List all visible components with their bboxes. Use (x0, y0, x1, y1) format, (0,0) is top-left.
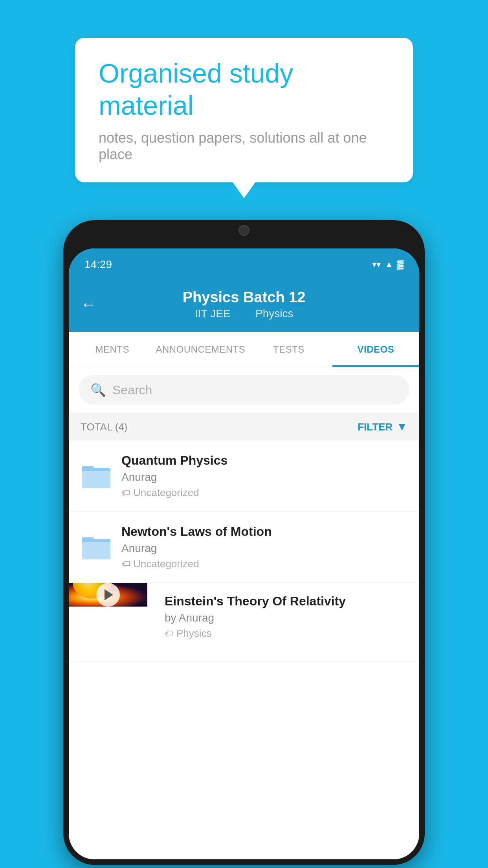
search-placeholder: Search (112, 383, 152, 397)
thumbnail-image (69, 583, 147, 607)
subtitle-dot (242, 307, 248, 320)
tag-label: Uncategorized (133, 487, 199, 499)
folder-icon-wrap (81, 460, 112, 492)
video-title: Quantum Physics (121, 453, 407, 468)
tag-label: Physics (176, 627, 212, 640)
status-icons: ▾▾ ▲ ▓ (372, 259, 404, 270)
filter-button[interactable]: FILTER ▼ (358, 421, 407, 433)
filter-label: FILTER (358, 421, 393, 433)
phone-screen: 14:29 ▾▾ ▲ ▓ ← Physics Batch 12 IIT JEE … (69, 248, 419, 859)
subtitle-iit: IIT JEE (194, 307, 230, 320)
app-header: ← Physics Batch 12 IIT JEE Physics (69, 277, 419, 332)
wifi-icon: ▾▾ (372, 259, 381, 270)
tab-ments[interactable]: MENTS (69, 332, 156, 367)
video-thumbnail (69, 583, 147, 654)
tab-tests[interactable]: TESTS (245, 332, 332, 367)
video-list: Quantum Physics Anurag 🏷 Uncategorized (69, 441, 419, 859)
tab-videos[interactable]: VIDEOS (332, 332, 419, 367)
top-section: Organised study material notes, question… (0, 0, 488, 220)
svg-rect-2 (82, 471, 110, 488)
video-tag: 🏷 Uncategorized (121, 487, 407, 499)
video-author: Anurag (121, 471, 407, 484)
header-subtitle: IIT JEE Physics (191, 307, 297, 320)
video-title: Newton's Laws of Motion (121, 524, 407, 539)
tab-bar: MENTS ANNOUNCEMENTS TESTS VIDEOS (69, 332, 419, 367)
bubble-title: Organised study material (99, 57, 389, 121)
signal-icon: ▲ (385, 259, 393, 270)
status-bar: 14:29 ▾▾ ▲ ▓ (69, 248, 419, 277)
subtitle-physics: Physics (255, 307, 293, 320)
video-tag: 🏷 Physics (165, 627, 411, 640)
tag-icon: 🏷 (121, 559, 130, 569)
folder-icon-wrap (81, 531, 112, 563)
folder-icon (82, 535, 110, 559)
play-triangle-icon (105, 589, 113, 600)
status-time: 14:29 (84, 258, 112, 271)
phone-outer: 14:29 ▾▾ ▲ ▓ ← Physics Batch 12 IIT JEE … (63, 220, 425, 865)
search-bar[interactable]: 🔍 Search (79, 375, 409, 405)
phone-camera (238, 225, 250, 236)
video-title: Einstein's Theory Of Relativity (165, 594, 411, 609)
bubble-subtitle: notes, question papers, solutions all at… (99, 130, 389, 163)
tag-icon: 🏷 (121, 488, 130, 498)
tab-announcements[interactable]: ANNOUNCEMENTS (156, 332, 245, 367)
play-button[interactable] (96, 583, 120, 607)
video-info: Quantum Physics Anurag 🏷 Uncategorized (121, 453, 407, 499)
filter-bar: TOTAL (4) FILTER ▼ (69, 413, 419, 441)
video-info: Newton's Laws of Motion Anurag 🏷 Uncateg… (121, 524, 407, 570)
battery-icon: ▓ (397, 259, 404, 270)
screen-content: 14:29 ▾▾ ▲ ▓ ← Physics Batch 12 IIT JEE … (69, 248, 419, 859)
phone-notch (205, 220, 283, 240)
total-label: TOTAL (4) (81, 421, 127, 433)
video-tag: 🏷 Uncategorized (121, 558, 407, 570)
tag-icon: 🏷 (165, 629, 173, 639)
back-button[interactable]: ← (81, 296, 96, 313)
search-icon: 🔍 (90, 383, 106, 397)
svg-rect-5 (82, 542, 110, 559)
tag-label: Uncategorized (133, 558, 199, 570)
video-info: Einstein's Theory Of Relativity by Anura… (157, 583, 419, 661)
video-author: by Anurag (165, 612, 411, 624)
list-item[interactable]: Quantum Physics Anurag 🏷 Uncategorized (69, 441, 419, 512)
search-container: 🔍 Search (69, 367, 419, 413)
filter-funnel-icon: ▼ (396, 421, 407, 433)
phone-wrapper: 14:29 ▾▾ ▲ ▓ ← Physics Batch 12 IIT JEE … (63, 220, 425, 865)
video-author: Anurag (121, 542, 407, 555)
list-item[interactable]: Einstein's Theory Of Relativity by Anura… (69, 583, 419, 662)
list-item[interactable]: Newton's Laws of Motion Anurag 🏷 Uncateg… (69, 512, 419, 583)
folder-icon (82, 464, 110, 488)
speech-bubble: Organised study material notes, question… (75, 38, 413, 182)
header-title: Physics Batch 12 (183, 289, 306, 306)
